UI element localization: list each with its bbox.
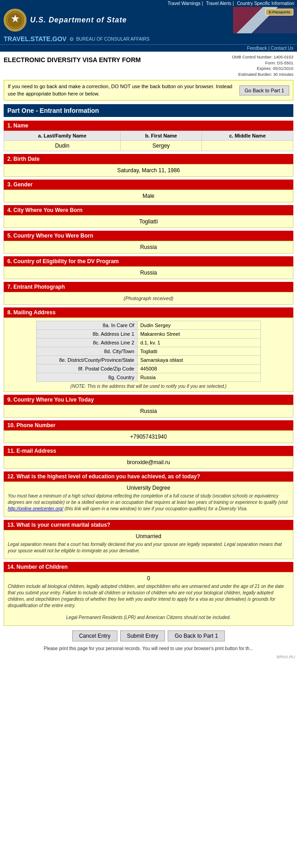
- question-14: 14. Number of Children 0 Children includ…: [4, 562, 293, 626]
- onet-link[interactable]: http://online.onetcenter.org/: [8, 506, 63, 511]
- q13-note: Legal separation means that a court has …: [8, 540, 289, 556]
- question-2: 2. Birth Date Saturday, March 11, 1986: [4, 154, 293, 177]
- q13-label: 13. What is your current marital status?: [4, 520, 293, 530]
- emblem-badge: E-Passports: [265, 9, 293, 16]
- site-logo: TRAVEL.STATE.GOV: [4, 35, 67, 42]
- q2-label: 2. Birth Date: [4, 154, 293, 164]
- q12-label: 12. What is the highest level of educati…: [4, 471, 293, 482]
- print-note: Please print this page for your personal…: [4, 646, 293, 651]
- addr-label-1: 8b. Address Line 1: [36, 330, 137, 339]
- addr-label-4: 8e. District/County/Province/State: [36, 356, 137, 365]
- col-last-name: a. Last/Family Name: [4, 131, 121, 141]
- q7-answer: (Photograph received): [4, 292, 293, 305]
- addr-label-3: 8d. City/Town: [36, 347, 137, 356]
- addr-label-5: 8f. Postal Code/Zip Code: [36, 365, 137, 373]
- q11-label: 11. E-mail Address: [4, 446, 293, 456]
- addr-value-6: Russia: [137, 373, 261, 382]
- address-row-0: 8a. In Care Of Dudin Sergey: [36, 321, 261, 330]
- address-row-2: 8c. Address Line 2 d.1, kv. 1: [36, 339, 261, 347]
- notice-box: If you need to go back and make a correc…: [4, 80, 293, 101]
- question-5: 5. Country Where You Were Born Russia: [4, 231, 293, 254]
- department-seal: ★: [4, 9, 27, 32]
- q6-answer: Russia: [4, 266, 293, 279]
- addr-value-4: Samarskaya oblast: [137, 356, 261, 365]
- question-9: 9. Country Where You Live Today Russia: [4, 395, 293, 418]
- country-info-link[interactable]: Country Specific Information: [237, 1, 294, 6]
- question-11: 11. E-mail Address bronxide@mail.ru: [4, 446, 293, 469]
- q2-answer: Saturday, March 11, 1986: [4, 164, 293, 177]
- form-header: ELECTRONIC DIVERSITY VISA ENTRY FORM OMB…: [4, 54, 293, 77]
- bureau-title: BUREAU OF CONSULAR AFFAIRS: [76, 37, 150, 42]
- addr-label-2: 8c. Address Line 2: [36, 339, 137, 347]
- address-note: (NOTE: This is the address that will be …: [8, 384, 289, 389]
- q7-label: 7. Entrant Photograph: [4, 282, 293, 292]
- question-8: 8. Mailing Address 8a. In Care Of Dudin …: [4, 307, 293, 392]
- col-first-name: b. First Name: [121, 131, 202, 141]
- submit-entry-button[interactable]: Submit Entry: [120, 630, 165, 641]
- q14-label: 14. Number of Children: [4, 562, 293, 572]
- question-10: 10. Phone Number +79057431940: [4, 420, 293, 443]
- q9-label: 9. Country Where You Live Today: [4, 395, 293, 405]
- last-name-value: Dudin: [4, 141, 121, 151]
- q8-label: 8. Mailing Address: [4, 307, 293, 318]
- travel-warnings-link[interactable]: Travel Warnings: [168, 1, 201, 6]
- question-13: 13. What is your current marital status?…: [4, 520, 293, 559]
- q5-answer: Russia: [4, 241, 293, 254]
- address-row-4: 8e. District/County/Province/State Samar…: [36, 356, 261, 365]
- q8-answer: 8a. In Care Of Dudin Sergey 8b. Address …: [4, 318, 293, 392]
- q12-answer: University Degree You must have a minimu…: [4, 482, 293, 517]
- go-back-bottom-button[interactable]: Go Back to Part 1: [168, 630, 225, 641]
- q14-answer: 0 Children include all biological childr…: [4, 572, 293, 626]
- addr-label-6: 8g. Country: [36, 373, 137, 382]
- q14-value: 0: [8, 575, 289, 582]
- question-1: 1. Name a. Last/Family Name b. First Nam…: [4, 121, 293, 151]
- question-7: 7. Entrant Photograph (Photograph receiv…: [4, 282, 293, 305]
- cancel-entry-button[interactable]: Cancel Entry: [72, 630, 117, 641]
- q12-note: You must have a minimum of a high school…: [8, 491, 289, 514]
- address-row-6: 8g. Country Russia: [36, 373, 261, 382]
- q13-answer: Unmarried Legal separation means that a …: [4, 530, 293, 559]
- q9-answer: Russia: [4, 405, 293, 418]
- top-nav: Travel Warnings | Travel Alerts | Countr…: [0, 0, 297, 7]
- q6-label: 6. Country of Eligibility for the DV Pro…: [4, 256, 293, 266]
- q3-label: 3. Gender: [4, 180, 293, 190]
- feedback-bar: Feedback | Contact Us: [0, 44, 297, 52]
- svg-text:★: ★: [11, 14, 20, 24]
- question-3: 3. Gender Male: [4, 180, 293, 202]
- address-row-3: 8d. City/Town Togliatti: [36, 347, 261, 356]
- q12-value: University Degree: [8, 485, 289, 491]
- q1-label: 1. Name: [4, 121, 293, 131]
- contact-link[interactable]: Contact Us: [271, 46, 293, 51]
- middle-name-value: [202, 141, 293, 151]
- q3-answer: Male: [4, 190, 293, 202]
- address-row-1: 8b. Address Line 1 Makarenko Street: [36, 330, 261, 339]
- q14-note2: Legal Permanent Residents (LPR) and Amer…: [8, 613, 289, 623]
- addr-label-0: 8a. In Care Of: [36, 321, 137, 330]
- addr-value-2: d.1, kv. 1: [137, 339, 261, 347]
- q4-label: 4. City Where You Were Born: [4, 205, 293, 215]
- omb-info: OMB Control Number: 1405-0153 Form: DS-5…: [232, 54, 293, 77]
- bottom-buttons: Cancel Entry Submit Entry Go Back to Par…: [4, 630, 293, 641]
- go-back-top-button[interactable]: Go Back to Part 1: [239, 85, 289, 95]
- q13-value: Unmarried: [8, 533, 289, 540]
- travel-alerts-link[interactable]: Travel Alerts: [206, 1, 231, 6]
- q10-answer: +79057431940: [4, 430, 293, 443]
- q10-label: 10. Phone Number: [4, 420, 293, 430]
- first-name-value: Sergey: [121, 141, 202, 151]
- q5-label: 5. Country Where You Were Born: [4, 231, 293, 241]
- subheader-separator: ⊙: [69, 36, 74, 42]
- q11-answer: bronxide@mail.ru: [4, 456, 293, 469]
- department-title: U.S. Department of State: [30, 16, 127, 24]
- notice-text: If you need to go back and make a correc…: [8, 83, 235, 97]
- question-12: 12. What is the highest level of educati…: [4, 471, 293, 517]
- q4-answer: Togliatti: [4, 215, 293, 228]
- name-table: a. Last/Family Name b. First Name c. Mid…: [4, 131, 293, 151]
- address-row-5: 8f. Postal Code/Zip Code 445008: [36, 365, 261, 373]
- addr-value-3: Togliatti: [137, 347, 261, 356]
- addr-value-1: Makarenko Street: [137, 330, 261, 339]
- address-table: 8a. In Care Of Dudin Sergey 8b. Address …: [36, 321, 261, 382]
- addr-value-5: 445008: [137, 365, 261, 373]
- part-title: Part One - Entrant Information: [4, 104, 293, 117]
- feedback-link[interactable]: Feedback: [247, 46, 267, 51]
- question-6: 6. Country of Eligibility for the DV Pro…: [4, 256, 293, 279]
